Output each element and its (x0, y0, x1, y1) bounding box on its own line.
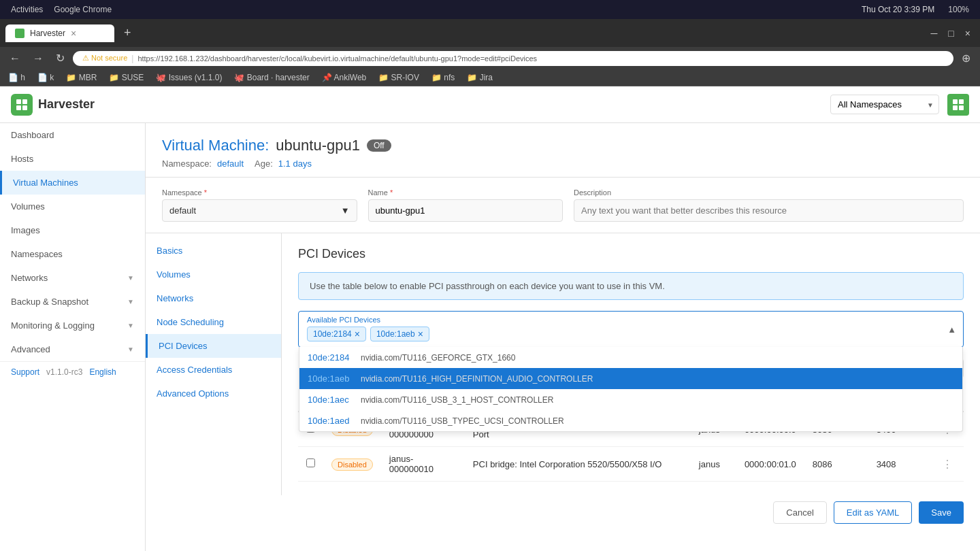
close-button[interactable]: × (961, 28, 975, 39)
app-title: Harvester (38, 97, 95, 112)
sub-nav-node-scheduling[interactable]: Node Scheduling (146, 310, 281, 334)
row-2-address: 0000:00:01.0 (736, 447, 804, 482)
namespace-field: Namespace * default ▼ (162, 188, 357, 222)
namespace-meta: Namespace: default (162, 158, 244, 169)
sidebar-item-backup-snapshot[interactable]: Backup & Snapshot ▼ (0, 290, 145, 314)
pci-item-1-path: nvidia.com/TU116_GEFORCE_GTX_1660 (361, 353, 515, 363)
bookmark-mbr[interactable]: 📁 MBR (63, 71, 99, 84)
sub-nav-access-credentials[interactable]: Access Credentials (146, 358, 281, 382)
vm-title-label: Virtual Machine: (162, 137, 269, 154)
namespace-field-select[interactable]: default ▼ (162, 199, 357, 222)
sub-nav-volumes[interactable]: Volumes (146, 263, 281, 286)
address-bar[interactable]: ⚠ Not secure | https://192.168.1.232/das… (73, 51, 953, 66)
namespace-dropdown-icon: ▼ (341, 205, 350, 216)
svg-rect-4 (953, 99, 958, 104)
pci-devices-title: PCI Devices (298, 247, 964, 261)
row-2-node: janus (691, 447, 736, 482)
sidebar-item-networks[interactable]: Networks ▼ (0, 266, 145, 290)
pci-list-item-3[interactable]: 10de:1aec nvidia.com/TU116_USB_3_1_HOST_… (299, 389, 962, 410)
sidebar-item-volumes[interactable]: Volumes (0, 195, 145, 218)
edit-yaml-button[interactable]: Edit as YAML (834, 501, 913, 524)
row-2-description: PCI bridge: Intel Corporation 5520/5500/… (465, 447, 691, 482)
table-row: Disabled janus-000000010 PCI bridge: Int… (298, 447, 964, 482)
pci-tag-1-close[interactable]: × (355, 329, 360, 339)
sidebar-item-images[interactable]: Images (0, 218, 145, 242)
sidebar-item-hosts[interactable]: Hosts (0, 147, 145, 171)
pci-list-item-4[interactable]: 10de:1aed nvidia.com/TU116_USB_TYPEC_UCS… (299, 410, 962, 431)
pci-info-text: Use the table below to enable PCI passth… (298, 272, 964, 300)
save-button[interactable]: Save (919, 501, 964, 524)
browser-tab[interactable]: Harvester × (5, 24, 114, 42)
new-tab-button[interactable]: + (117, 23, 138, 43)
pci-list-item-2[interactable]: 10de:1aeb nvidia.com/TU116_HIGH_DEFINITI… (299, 368, 962, 389)
sidebar-item-namespaces[interactable]: Namespaces (0, 242, 145, 266)
back-button[interactable]: ← (5, 50, 24, 67)
svg-rect-2 (16, 105, 21, 110)
form-section: Namespace * default ▼ Name * Description (146, 178, 980, 233)
pci-tag-1-label: 10de:2184 (313, 329, 352, 339)
row-2-checkbox[interactable] (306, 458, 315, 467)
user-avatar[interactable] (947, 94, 969, 116)
reload-button[interactable]: ↻ (52, 50, 69, 67)
sub-nav-pci-devices[interactable]: PCI Devices (146, 334, 281, 358)
pci-list-item-1[interactable]: 10de:2184 nvidia.com/TU116_GEFORCE_GTX_1… (299, 347, 962, 368)
pci-tag-2[interactable]: 10de:1aeb × (370, 327, 429, 341)
extensions-button[interactable]: ⊕ (958, 50, 975, 67)
cancel-button[interactable]: Cancel (773, 501, 826, 524)
pci-tag-2-close[interactable]: × (418, 329, 423, 339)
bookmark-h[interactable]: 📄 h (5, 71, 28, 84)
age-meta: Age: 1.1 days (255, 158, 312, 169)
app-logo[interactable]: Harvester (11, 94, 95, 116)
svg-rect-3 (22, 105, 27, 110)
sub-nav-networks[interactable]: Networks (146, 286, 281, 310)
namespace-select-input[interactable]: All Namespaces (830, 95, 939, 114)
sidebar-item-virtual-machines[interactable]: Virtual Machines (0, 171, 145, 195)
bookmark-issues[interactable]: 🐙 Issues (v1.1.0) (153, 71, 225, 84)
url-display: https://192.168.1.232/dashboard/harveste… (137, 54, 537, 63)
pci-item-3-code: 10de:1aec (308, 395, 355, 405)
pci-item-4-path: nvidia.com/TU116_USB_TYPEC_UCSI_CONTROLL… (361, 416, 564, 426)
sidebar-item-advanced[interactable]: Advanced ▼ (0, 337, 145, 361)
language-label[interactable]: English (89, 367, 116, 377)
bookmark-suse[interactable]: 📁 SUSE (106, 71, 146, 84)
bookmark-k[interactable]: 📄 k (35, 71, 56, 84)
description-input[interactable] (574, 199, 964, 222)
app-name-label: Google Chrome (54, 5, 112, 14)
forward-button[interactable]: → (29, 50, 48, 67)
namespace-selector[interactable]: All Namespaces (830, 95, 939, 114)
version-label: v1.1.0-rc3 (46, 367, 82, 377)
minimize-button[interactable]: ─ (926, 28, 941, 39)
sub-nav-advanced-options[interactable]: Advanced Options (146, 382, 281, 405)
pci-dropdown[interactable]: Available PCI Devices 10de:2184 × 10de:1… (298, 311, 964, 348)
pci-item-4-code: 10de:1aed (308, 416, 355, 426)
bookmark-jira[interactable]: 📁 Jira (464, 71, 495, 84)
sidebar-item-dashboard[interactable]: Dashboard (0, 123, 145, 147)
name-input[interactable] (368, 199, 564, 222)
sub-nav-basics[interactable]: Basics (146, 239, 281, 263)
support-link[interactable]: Support (11, 367, 39, 377)
sidebar-item-monitoring-logging[interactable]: Monitoring & Logging ▼ (0, 314, 145, 337)
logo-icon (11, 94, 33, 116)
maximize-button[interactable]: □ (944, 28, 958, 39)
tab-close-button[interactable]: × (71, 28, 76, 39)
advanced-chevron-icon: ▼ (127, 346, 134, 353)
sidebar-footer: Support v1.1.0-rc3 English (0, 361, 145, 382)
bookmark-sriov[interactable]: 📁 SR-IOV (376, 71, 422, 84)
row-2-vendor-id: 8086 (804, 447, 868, 482)
networks-chevron-icon: ▼ (127, 274, 134, 282)
bookmark-ankiweb[interactable]: 📌 AnkiWeb (319, 71, 369, 84)
battery-level: 100% (948, 5, 969, 14)
vm-status-badge: Off (367, 139, 391, 152)
os-time: Thu Oct 20 3:39 PM (862, 5, 934, 14)
row-2-name: janus-000000010 (381, 447, 465, 482)
bookmark-board[interactable]: 🐙 Board · harvester (231, 71, 312, 84)
svg-rect-7 (959, 105, 964, 110)
pci-dropdown-arrow-icon[interactable]: ▲ (947, 324, 956, 335)
row-2-actions[interactable]: ⋮ (939, 458, 956, 470)
pci-dropdown-label: Available PCI Devices (299, 312, 963, 324)
pci-tag-1[interactable]: 10de:2184 × (307, 327, 366, 341)
bookmark-nfs[interactable]: 📁 nfs (429, 71, 457, 84)
monitoring-chevron-icon: ▼ (127, 322, 134, 329)
sidebar: Dashboard Hosts Virtual Machines Volumes… (0, 123, 146, 551)
activities-label[interactable]: Activities (11, 5, 43, 14)
